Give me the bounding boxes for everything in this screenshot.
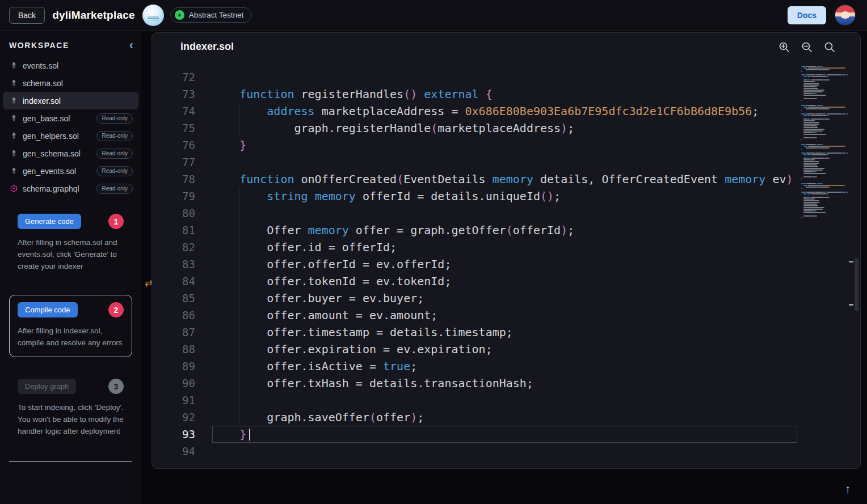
file-item-gen_events-sol[interactable]: gen_events.solRead-only [3,162,138,180]
line-number: 94 [152,443,212,460]
code-content: Offer memory offer = graph.getOffer(offe… [212,222,797,239]
sidebar: WORKSPACE ‹ events.solschema.solindexer.… [0,31,141,504]
line-number: 78 [152,171,212,188]
app-logo [142,5,164,26]
line-number: 84 [152,273,212,290]
code-line[interactable]: 78 function onOfferCreated(EventDetails … [152,171,860,188]
line-number: 76 [152,137,212,154]
back-button[interactable]: Back [9,7,45,24]
code-line[interactable]: 77 [152,154,860,171]
scroll-to-top-button[interactable]: ↑ [840,481,856,497]
file-list: events.solschema.solindexer.solgen_base.… [0,57,141,197]
collapse-sidebar-icon[interactable]: ‹ [129,41,133,49]
code-content: offer.expiration = ev.expiration; [212,341,797,358]
editor-scrollbar[interactable] [854,61,859,468]
editor-body[interactable]: 7273 function registerHandles() external… [152,61,860,468]
scrollbar-thumb[interactable] [855,259,858,311]
app-title: dyliMarketplace [52,9,135,22]
line-number: 79 [152,188,212,205]
code-line[interactable]: 89 offer.isActive = true; [152,358,860,375]
code-line[interactable]: 73 function registerHandles() external { [152,86,860,103]
generate-code-button[interactable]: Generate code [18,214,81,229]
line-number: 72 [152,69,212,86]
code-line[interactable]: 91 [152,392,860,409]
code-content: offer.txHash = details.transactionHash; [212,375,797,392]
code-line[interactable]: 80 [152,205,860,222]
code-line[interactable]: 85 offer.buyer = ev.buyer; [152,290,860,307]
file-item-indexer-sol[interactable]: indexer.sol [3,92,138,109]
compile-code-button[interactable]: Compile code [18,302,78,317]
readonly-badge: Read-only [96,184,133,194]
minimap-marker [849,261,853,262]
code-content: offer.amount = ev.amount; [212,307,797,324]
code-editor-panel: indexer.sol 7273 function registerHandle… [151,32,861,469]
line-number: 85 [152,290,212,307]
indent-guide [239,375,240,392]
docs-button[interactable]: Docs [788,6,826,24]
indent-guide [239,409,240,426]
file-name: events.sol [23,61,58,70]
code-content: offer.tokenId = ev.tokenId; [212,273,797,290]
code-content: address marketplaceAddress = 0x686E80Be9… [212,103,797,120]
text-cursor [249,429,250,441]
user-avatar[interactable] [835,5,856,26]
code-content: function onOfferCreated(EventDetails mem… [212,171,797,188]
code-line[interactable]: 72 [152,69,860,86]
code-content: graph.saveOffer(offer); [212,409,797,426]
network-badge[interactable]: ✦ Abstract Testnet [170,7,252,23]
readonly-badge: Read-only [96,131,133,141]
indent-guide [239,307,240,324]
file-item-schema-sol[interactable]: schema.sol [3,74,138,92]
code-line[interactable]: 93 } [152,426,860,443]
readonly-badge: Read-only [96,166,133,176]
code-line[interactable]: 87 offer.timestamp = details.timestamp; [152,324,860,341]
file-item-gen_base-sol[interactable]: gen_base.solRead-only [3,109,138,127]
code-content: offer.isActive = true; [212,358,797,375]
file-item-events-sol[interactable]: events.sol [3,57,138,74]
solidity-icon [10,79,18,87]
file-item-gen_helpers-sol[interactable]: gen_helpers.solRead-only [3,127,138,145]
indent-guide [239,188,240,205]
code-line[interactable]: 90 offer.txHash = details.transactionHas… [152,375,860,392]
step-card-3: Deploy graph3To start indexing, click 'D… [9,371,132,446]
file-item-gen_schema-sol[interactable]: gen_schema.solRead-only [3,145,138,162]
solidity-icon [10,150,18,158]
code-line[interactable]: 75 graph.registerHandle(marketplaceAddre… [152,120,860,137]
file-name: schema.graphql [23,184,79,193]
code-line[interactable]: 76 } [152,137,860,154]
code-line[interactable]: 82 offer.id = offerId; [152,239,860,256]
step-description: To start indexing, click 'Deploy'. You w… [18,401,124,437]
zoom-out-icon[interactable] [801,41,813,53]
minimap[interactable] [799,64,851,221]
step-number-badge: 3 [108,379,124,394]
search-icon[interactable] [824,41,835,53]
solidity-icon [10,62,18,70]
code-line[interactable]: 81 Offer memory offer = graph.getOffer(o… [152,222,860,239]
code-content [212,443,797,460]
code-line[interactable]: 88 offer.expiration = ev.expiration; [152,341,860,358]
code-content: graph.registerHandle(marketplaceAddress)… [212,120,797,137]
deploy-graph-button[interactable]: Deploy graph [18,379,76,394]
line-number: 91 [152,392,212,409]
line-number: 82 [152,239,212,256]
code-line[interactable]: 83 offer.offerId = ev.offerId; [152,256,860,273]
workspace-header: WORKSPACE ‹ [0,31,141,57]
file-item-schema-graphql[interactable]: schema.graphqlRead-only [3,180,138,197]
code-line[interactable]: 86 offer.amount = ev.amount; [152,307,860,324]
code-content: offer.buyer = ev.buyer; [212,290,797,307]
code-line[interactable]: 74 address marketplaceAddress = 0x686E80… [152,103,860,120]
step-card-1: Generate code1After filling in schema.so… [9,206,132,281]
step-description: After filling in schema.sol and events.s… [18,236,124,272]
code-line[interactable]: 79 string memory offerId = details.uniqu… [152,188,860,205]
line-number: 73 [152,86,212,103]
code-line[interactable]: 84 offer.tokenId = ev.tokenId; [152,273,860,290]
code-line[interactable]: 92 graph.saveOffer(offer); [152,409,860,426]
file-name: schema.sol [23,79,63,88]
indent-guide [239,358,240,375]
zoom-in-icon[interactable] [778,41,790,53]
line-number: 93 [152,426,212,443]
code-line[interactable]: 94 [152,443,860,460]
indent-guide [239,324,240,341]
editor-filename: indexer.sol [180,41,234,53]
indent-guide [239,103,240,120]
